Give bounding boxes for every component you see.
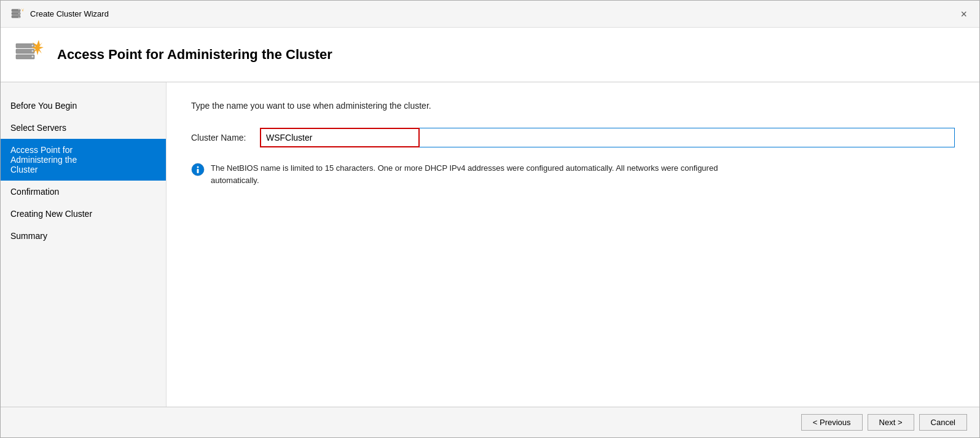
previous-button[interactable]: < Previous (801, 414, 863, 431)
svg-point-5 (18, 17, 20, 18)
title-bar-left: Create Cluster Wizard (10, 7, 109, 22)
svg-point-15 (197, 166, 199, 168)
sidebar-item-creating-new-cluster[interactable]: Creating New Cluster (1, 203, 166, 225)
main-content: Type the name you want to use when admin… (167, 82, 979, 407)
svg-point-10 (32, 45, 34, 47)
svg-point-3 (18, 9, 20, 10)
create-cluster-wizard-window: Create Cluster Wizard × Access Point for… (0, 0, 980, 438)
svg-point-4 (18, 13, 20, 14)
info-box: The NetBIOS name is limited to 15 charac… (191, 162, 719, 186)
svg-rect-9 (16, 55, 34, 59)
sidebar-item-access-point[interactable]: Access Point forAdministering theCluster (1, 139, 166, 181)
header-title: Access Point for Administering the Clust… (57, 47, 332, 63)
wizard-icon (10, 7, 25, 22)
content-area: Before You Begin Select Servers Access P… (1, 82, 979, 407)
cluster-name-input[interactable] (260, 128, 420, 147)
svg-point-12 (32, 56, 34, 58)
sidebar-item-select-servers[interactable]: Select Servers (1, 117, 166, 139)
info-icon (191, 163, 205, 176)
description-text: Type the name you want to use when admin… (191, 101, 955, 111)
sidebar-item-before-you-begin[interactable]: Before You Begin (1, 95, 166, 117)
svg-point-11 (32, 50, 34, 52)
cancel-button[interactable]: Cancel (919, 414, 967, 431)
sidebar: Before You Begin Select Servers Access P… (1, 82, 167, 407)
form-row: Cluster Name: (191, 128, 955, 147)
header-cluster-icon (15, 39, 47, 71)
title-bar: Create Cluster Wizard × (1, 1, 979, 28)
cluster-name-input-wrapper (260, 128, 955, 147)
svg-rect-8 (16, 49, 34, 53)
next-button[interactable]: Next > (868, 414, 914, 431)
close-button[interactable]: × (958, 9, 970, 20)
info-text: The NetBIOS name is limited to 15 charac… (211, 162, 719, 186)
window-title: Create Cluster Wizard (30, 9, 109, 18)
cluster-name-input-continuation[interactable] (420, 128, 955, 147)
svg-rect-16 (197, 169, 199, 173)
sidebar-item-confirmation[interactable]: Confirmation (1, 181, 166, 203)
header-section: Access Point for Administering the Clust… (1, 28, 979, 82)
svg-marker-6 (22, 8, 24, 12)
sidebar-item-summary[interactable]: Summary (1, 225, 166, 247)
cluster-name-label: Cluster Name: (191, 133, 253, 143)
footer: < Previous Next > Cancel (1, 407, 979, 437)
